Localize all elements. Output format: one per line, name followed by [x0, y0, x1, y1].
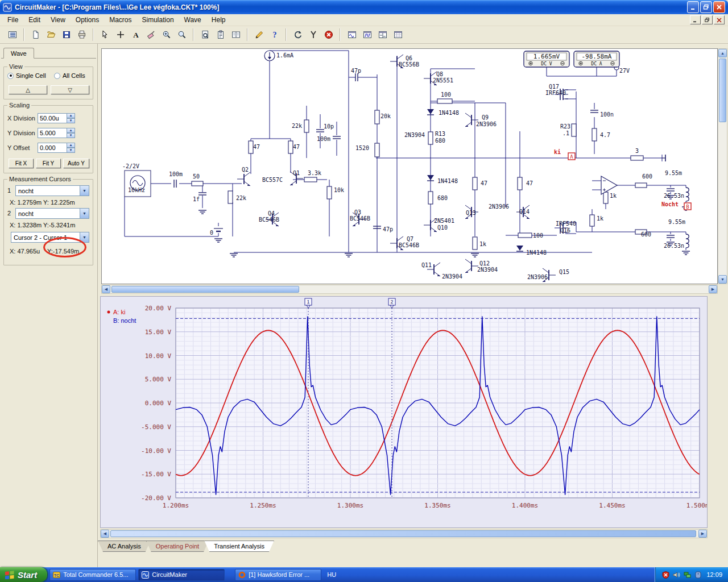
svg-text:TC: TC — [54, 573, 59, 577]
text-tool-icon: A — [131, 30, 140, 39]
svg-text:.1: .1 — [562, 130, 569, 136]
close-button[interactable] — [713, 1, 725, 13]
scroll-left-icon[interactable]: ◀ — [102, 285, 110, 293]
scope-digital-button[interactable] — [360, 28, 374, 41]
reset-icon — [293, 30, 303, 39]
menu-help[interactable]: Help — [206, 15, 231, 25]
x-division-input[interactable] — [38, 113, 67, 123]
menu-edit[interactable]: Edit — [23, 15, 46, 25]
y-division-spinner[interactable]: ▲▼ — [67, 128, 75, 138]
split-view-button[interactable] — [229, 28, 243, 41]
zoom-tool-button[interactable] — [175, 28, 189, 41]
start-button[interactable]: Start — [0, 567, 47, 582]
waveform-plot-area[interactable]: 1220.00 V15.00 V10.00 V5.000 V0.000 V-5.… — [100, 296, 708, 528]
pencil-tool-button[interactable] — [252, 28, 266, 41]
probe-tool-icon — [309, 30, 318, 39]
taskbar-clock[interactable]: 12:09 — [706, 571, 722, 578]
probe-a[interactable]: A — [568, 153, 575, 160]
fit-x-button[interactable]: Fit X — [9, 159, 34, 168]
minimize-button[interactable] — [687, 1, 699, 13]
parts-browser-button[interactable] — [5, 28, 19, 41]
tab-wave[interactable]: Wave — [3, 48, 34, 59]
y-offset-spinner[interactable]: ▲▼ — [67, 143, 75, 153]
restore-button[interactable] — [700, 1, 712, 13]
arrow-tool-button[interactable] — [98, 28, 112, 41]
probe-b[interactable]: B — [684, 203, 691, 210]
print-button[interactable] — [75, 28, 89, 41]
schematic-drawing[interactable]: 1.665mVDC V-98.58mADC AAB1.6mA47pQ6BC556… — [102, 49, 718, 284]
menu-file[interactable]: File — [2, 15, 23, 25]
scope-wave-button[interactable] — [345, 28, 359, 41]
find-button[interactable] — [198, 28, 212, 41]
task-hawksford-error[interactable]: [1] Hawksford Error ... — [235, 569, 321, 581]
save-file-button[interactable] — [59, 28, 73, 41]
scroll-right-icon[interactable]: ▶ — [709, 285, 717, 293]
menu-simulation[interactable]: Simulation — [137, 15, 179, 25]
wave-scroll-left-icon[interactable]: ◀ — [101, 530, 109, 538]
svg-text:1N4148: 1N4148 — [437, 178, 458, 184]
all-cells-radio[interactable]: All Cells — [54, 72, 85, 79]
scroll-down-icon[interactable]: ▼ — [718, 275, 727, 284]
workspace: Wave View Single Cell All Cells △ ▽ Scal… — [0, 44, 728, 567]
menu-view[interactable]: View — [46, 15, 71, 25]
stop-simulation-button[interactable] — [321, 28, 336, 41]
scope-grid-button[interactable] — [391, 28, 405, 41]
network-icon[interactable] — [684, 571, 691, 579]
fit-y-button[interactable]: Fit Y — [36, 159, 61, 168]
auto-y-button[interactable]: Auto Y — [63, 159, 89, 168]
mdi-close-button[interactable] — [714, 15, 725, 24]
help-button[interactable]: ? — [267, 28, 282, 41]
volume-icon[interactable] — [673, 571, 680, 579]
reset-button[interactable] — [291, 28, 305, 41]
single-cell-radio[interactable]: Single Cell — [7, 72, 46, 79]
cursor1-signal-combo[interactable]: nocht ▼ — [15, 185, 89, 196]
cursor2-signal-combo[interactable]: nocht ▼ — [15, 208, 89, 219]
y-tick-label: -10.00 V — [141, 447, 171, 455]
task-circuitmaker[interactable]: CircuitMaker — [138, 569, 225, 581]
scaling-group-label: Scaling — [7, 102, 31, 109]
wave-scroll-right-icon[interactable]: ▶ — [698, 530, 707, 538]
open-file-button[interactable] — [44, 28, 58, 41]
schematic-vertical-scrollbar[interactable]: ▲ ▼ — [718, 48, 727, 284]
new-file-button[interactable] — [28, 28, 43, 41]
language-indicator[interactable]: HU — [327, 571, 336, 578]
delete-tool-button[interactable] — [144, 28, 158, 41]
y-division-input[interactable] — [38, 128, 67, 138]
cell-down-button[interactable]: ▽ — [51, 85, 89, 94]
cursor2-combo-arrow-icon[interactable]: ▼ — [80, 209, 89, 218]
wave-horizontal-scrollbar[interactable]: ◀ ▶ — [100, 529, 708, 538]
probe-tool-button[interactable] — [306, 28, 320, 41]
security-alert-icon[interactable] — [662, 571, 669, 579]
waveform-plot[interactable]: 1220.00 V15.00 V10.00 V5.000 V0.000 V-5.… — [101, 297, 707, 526]
report-button[interactable] — [213, 28, 228, 41]
schematic-canvas[interactable]: 1.665mVDC V-98.58mADC AAB1.6mA47pQ6BC556… — [101, 48, 718, 284]
text-tool-button[interactable]: A — [129, 28, 143, 41]
cell-up-button[interactable]: △ — [9, 85, 47, 94]
tab-ac-analysis[interactable]: AC Analysis — [98, 541, 151, 552]
schematic-vscroll-thumb[interactable] — [719, 59, 726, 122]
x-division-spinner[interactable]: ▲▼ — [67, 113, 75, 123]
tab-transient-analysis[interactable]: Transient Analysis — [204, 541, 274, 552]
y-offset-input[interactable] — [38, 143, 67, 153]
scope-split-button[interactable] — [375, 28, 390, 41]
task-total-commander[interactable]: TC Total Commander 6.5... — [49, 569, 136, 581]
mdi-restore-button[interactable] — [702, 15, 713, 24]
menu-macros[interactable]: Macros — [104, 15, 136, 25]
wave-hscroll-thumb[interactable] — [110, 530, 696, 537]
menu-options[interactable]: Options — [71, 15, 104, 25]
svg-text:BC556B: BC556B — [399, 61, 419, 68]
svg-text:2N3904: 2N3904 — [442, 273, 462, 280]
schematic-horizontal-scrollbar[interactable]: ◀ ▶ — [101, 285, 718, 294]
svg-text:A: A — [570, 154, 573, 160]
device-icon[interactable] — [694, 571, 702, 579]
single-cell-radio-dot[interactable] — [7, 73, 14, 79]
tab-operating-point[interactable]: Operating Point — [146, 541, 209, 552]
scroll-up-icon[interactable]: ▲ — [718, 49, 727, 57]
wire-tool-button[interactable] — [113, 28, 127, 41]
menu-wave[interactable]: Wave — [179, 15, 206, 25]
zoom-in-tool-button[interactable] — [159, 28, 173, 41]
schematic-hscroll-thumb[interactable] — [111, 286, 299, 293]
mdi-minimize-button[interactable] — [690, 15, 701, 24]
cursor1-combo-arrow-icon[interactable]: ▼ — [80, 186, 89, 196]
all-cells-radio-dot[interactable] — [54, 73, 60, 79]
